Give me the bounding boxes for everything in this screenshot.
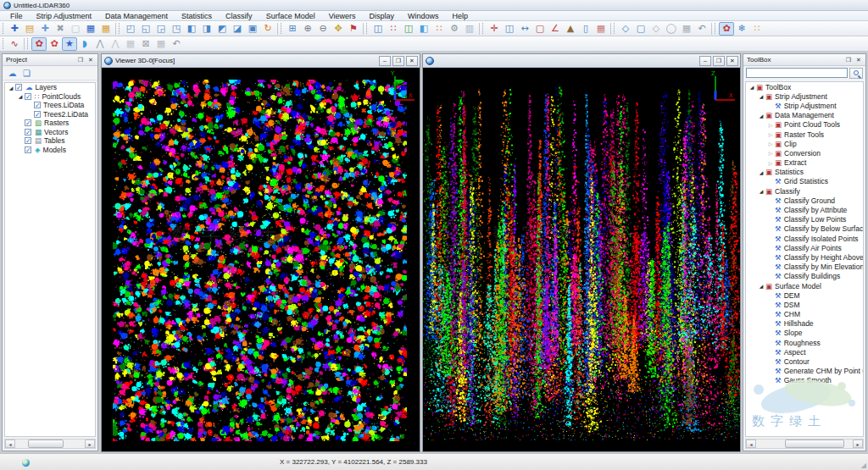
- toolbox-item-extract[interactable]: ▷▣Extract: [746, 158, 863, 168]
- viewer-1-minimize-button[interactable]: –: [699, 56, 711, 66]
- expand-arrow[interactable]: ◢: [17, 93, 24, 99]
- expand-arrow[interactable]: ◢: [758, 93, 765, 99]
- zoom-out-button[interactable]: ⊖: [315, 22, 331, 36]
- checkbox-checked[interactable]: ✓: [25, 137, 31, 144]
- viewer-0-close-button[interactable]: ✕: [406, 56, 418, 66]
- full-extent-button[interactable]: ⊞: [285, 22, 300, 36]
- checkbox-checked[interactable]: ✓: [25, 93, 31, 100]
- menu-display[interactable]: Display: [363, 11, 402, 21]
- height-measure-button[interactable]: ▯: [578, 22, 593, 36]
- pick-rotate-button[interactable]: ⚑: [346, 22, 361, 36]
- paste-button[interactable]: ▢: [68, 22, 83, 36]
- expand-arrow[interactable]: ◢: [758, 188, 765, 194]
- toolbox-item-classify[interactable]: ◢▣Classify: [746, 186, 863, 196]
- viewer-0-minimize-button[interactable]: –: [379, 56, 391, 66]
- circle-select-button[interactable]: ◯: [664, 22, 679, 36]
- toolbox-item-strip-adjustment[interactable]: ⚒Strip Adjustment: [746, 101, 863, 110]
- grid-display-button[interactable]: ▦: [123, 37, 138, 51]
- project-item-models[interactable]: ✓◈Models: [5, 146, 95, 155]
- seed-points-button[interactable]: ★: [62, 37, 77, 51]
- menu-statistics[interactable]: Statistics: [175, 11, 219, 21]
- settings-gear-button[interactable]: ⚙: [447, 22, 462, 36]
- front-view-button[interactable]: ◧: [184, 22, 199, 36]
- menu-file[interactable]: File: [3, 11, 30, 21]
- viewer-1-titlebar[interactable]: – ❐ ✕: [423, 54, 740, 68]
- color-by-button[interactable]: ∷: [431, 22, 447, 36]
- expand-arrow[interactable]: ▷: [767, 122, 774, 128]
- toolbox-item-clip[interactable]: ▷▣Clip: [746, 139, 863, 148]
- tree-filter-button[interactable]: ✿: [47, 37, 62, 51]
- toolbox-item-conversion[interactable]: ▷▣Conversion: [746, 148, 863, 158]
- toolbox-item-slope[interactable]: ⚒Slope: [746, 329, 863, 338]
- project-item-layers[interactable]: ◢✓☁Layers: [5, 83, 95, 92]
- add-pointcloud-button[interactable]: ☁: [5, 67, 19, 80]
- checkbox-checked[interactable]: ✓: [15, 84, 22, 91]
- rotate-view-button[interactable]: ↻: [260, 22, 275, 36]
- toolbox-item-classify-by-below-surface[interactable]: ⚒Classify by Below Surface: [746, 224, 863, 234]
- toolbox-item-hillshade[interactable]: ⚒Hillshade: [746, 319, 863, 329]
- scrollbar-thumb[interactable]: [28, 440, 64, 448]
- toolbox-item-dem[interactable]: ⚒DEM: [746, 290, 863, 300]
- clear-tin-button[interactable]: ⊠: [138, 37, 153, 51]
- expand-arrow[interactable]: ◢: [758, 113, 765, 119]
- project-item-pointclouds[interactable]: ◢✓∷PointClouds: [5, 92, 95, 102]
- toolbox-item-gauss-smooth[interactable]: ⚒Gauss Smooth: [746, 376, 863, 385]
- toolbox-item-classify-by-attribute[interactable]: ⚒Classify by Attribute: [746, 205, 863, 214]
- zoom-in-button[interactable]: ⊕: [300, 22, 315, 36]
- toolbox-item-classify-low-points[interactable]: ⚒Classify Low Points: [746, 215, 863, 224]
- tin-display-button[interactable]: ⋀: [92, 37, 108, 51]
- scrollbar-track[interactable]: [756, 440, 853, 448]
- scrollbar-thumb[interactable]: [785, 440, 844, 448]
- save-button[interactable]: ▦: [83, 22, 98, 36]
- toolbox-item-statistics[interactable]: ◢▣Statistics: [746, 168, 863, 177]
- expand-arrow[interactable]: ▷: [767, 141, 774, 147]
- project-item-vectors[interactable]: ✓▦Vectors: [5, 128, 95, 137]
- profile-button[interactable]: ◫: [502, 22, 517, 36]
- project-float-button[interactable]: ❐: [75, 55, 86, 64]
- angle-measure-button[interactable]: ∠: [548, 22, 563, 36]
- undo-button[interactable]: ↶: [169, 37, 184, 51]
- top-view-button[interactable]: ◰: [123, 22, 138, 36]
- toolbox-item-classify-by-min-elevation[interactable]: ⚒Classify by Min Elevation: [746, 263, 863, 272]
- scrollbar-right-arrow[interactable]: ▸: [85, 440, 95, 448]
- tree-segmentation-button[interactable]: ✿: [31, 37, 47, 51]
- viewer-0-titlebar[interactable]: Viewer 3D-0[Focus] – ❐ ✕: [102, 54, 420, 68]
- toolbox-item-toolbox[interactable]: ◢▣ToolBox: [746, 82, 863, 91]
- expand-arrow[interactable]: ◢: [8, 85, 14, 91]
- toolbox-item-aspect[interactable]: ⚒Aspect: [746, 347, 863, 357]
- save-selection-button[interactable]: ▦: [679, 22, 694, 36]
- viewer-settings-button[interactable]: ◫: [370, 22, 386, 36]
- point-cloud-top-view[interactable]: [102, 68, 420, 451]
- menu-windows[interactable]: Windows: [401, 11, 446, 21]
- undo-selection-button[interactable]: ↶: [694, 22, 709, 36]
- toolbox-item-roughness[interactable]: ⚒Roughness: [746, 338, 863, 347]
- layer-group-button[interactable]: ❏: [19, 67, 34, 80]
- menu-strip-adjustment[interactable]: Strip Adjustment: [30, 11, 99, 21]
- add-data-button[interactable]: ✚: [7, 22, 22, 36]
- tin-wire-button[interactable]: ⋀: [108, 37, 123, 51]
- resize-grip[interactable]: ◢: [861, 462, 866, 469]
- left-view-button[interactable]: ◲: [153, 22, 169, 36]
- toolbox-item-data-management[interactable]: ◢▣Data Management: [746, 111, 863, 120]
- pan-button[interactable]: ✥: [331, 22, 346, 36]
- capture-image-button[interactable]: ▥: [462, 22, 477, 36]
- toolbox-item-surface-model[interactable]: ◢▣Surface Model: [746, 281, 863, 290]
- expand-arrow[interactable]: ▷: [767, 160, 774, 166]
- save-as-button[interactable]: ▦: [98, 22, 114, 36]
- rect-select-button[interactable]: ▢: [633, 22, 648, 36]
- viewer-0-restore-button[interactable]: ❐: [392, 56, 404, 66]
- split-view-button[interactable]: ◧: [416, 22, 431, 36]
- toolbox-item-generate-chm-by-point-clou[interactable]: ⚒Generate CHM by Point Clou: [746, 367, 863, 376]
- scrollbar-right-arrow[interactable]: ▸: [853, 440, 863, 448]
- save-result-button[interactable]: ▦: [153, 37, 169, 51]
- remove-button[interactable]: ✖: [53, 22, 68, 36]
- project-item-tables[interactable]: ✓▤Tables: [5, 136, 95, 146]
- checkbox-checked[interactable]: ✓: [25, 147, 31, 153]
- viewer-1-restore-button[interactable]: ❐: [713, 56, 725, 66]
- viewer-1-close-button[interactable]: ✕: [726, 56, 738, 66]
- scrollbar-left-arrow[interactable]: ◂: [5, 440, 15, 448]
- checkbox-checked[interactable]: ✓: [25, 129, 31, 135]
- project-close-button[interactable]: ✕: [86, 55, 96, 64]
- polygon-tool-button[interactable]: ◇: [648, 22, 664, 36]
- toolbox-item-point-cloud-tools[interactable]: ▷▣Point Cloud Tools: [746, 120, 863, 130]
